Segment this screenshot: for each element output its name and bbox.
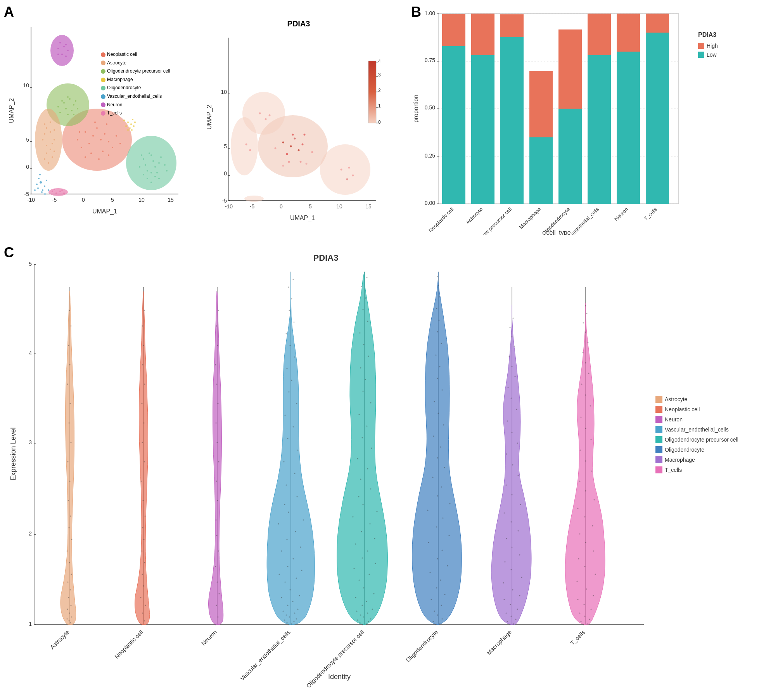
svg-point-528 [581, 384, 583, 385]
svg-point-259 [141, 624, 142, 625]
svg-point-318 [292, 601, 294, 602]
svg-point-87 [46, 127, 47, 129]
svg-point-529 [588, 373, 590, 374]
svg-point-288 [217, 582, 218, 583]
svg-text:T_cells: T_cells [569, 629, 587, 646]
svg-point-457 [515, 619, 517, 620]
svg-point-231 [69, 620, 70, 622]
svg-point-152 [290, 146, 292, 147]
svg-text:UMAP_1: UMAP_1 [92, 208, 117, 215]
svg-point-291 [216, 535, 218, 536]
svg-point-430 [450, 503, 451, 504]
svg-point-153 [298, 149, 300, 151]
svg-text:15: 15 [168, 197, 174, 203]
violin-svg: PDIA3 Expression Level 1 2 3 4 5 Identit… [8, 248, 768, 691]
svg-point-314 [294, 613, 296, 614]
svg-point-347 [287, 368, 288, 369]
svg-point-160 [311, 151, 313, 153]
svg-point-97 [65, 55, 67, 57]
svg-point-512 [585, 542, 586, 543]
svg-point-22 [88, 143, 90, 144]
svg-point-307 [291, 624, 292, 625]
svg-point-279 [143, 345, 144, 346]
svg-point-310 [284, 620, 285, 621]
svg-point-53 [147, 178, 148, 179]
svg-point-395 [359, 414, 360, 415]
svg-point-248 [67, 461, 69, 463]
svg-point-168 [246, 144, 247, 146]
svg-point-448 [436, 308, 437, 309]
svg-point-519 [579, 481, 581, 482]
svg-point-471 [506, 538, 507, 539]
svg-point-114 [130, 123, 132, 125]
svg-point-108 [44, 193, 46, 195]
svg-point-381 [374, 538, 375, 539]
svg-point-394 [367, 426, 368, 427]
svg-point-24 [108, 141, 109, 142]
svg-point-312 [289, 617, 290, 618]
svg-point-128 [61, 189, 63, 191]
svg-point-90 [50, 121, 51, 123]
svg-point-449 [439, 296, 441, 298]
svg-point-118 [123, 120, 125, 121]
svg-point-116 [134, 121, 136, 123]
svg-point-365 [360, 615, 361, 616]
svg-point-463 [519, 595, 520, 596]
svg-point-154 [286, 153, 288, 155]
svg-text:PDIA3: PDIA3 [698, 31, 716, 38]
svg-point-488 [512, 366, 513, 367]
svg-text:proportion: proportion [413, 95, 419, 123]
legend-low-rect [698, 52, 704, 58]
svg-point-340 [297, 450, 299, 451]
svg-point-163 [352, 175, 354, 177]
bar-high-1 [442, 14, 465, 46]
legend-v-macrophage-label: Macrophage [665, 457, 695, 463]
svg-point-64 [65, 108, 67, 109]
svg-point-348 [294, 357, 296, 358]
svg-point-289 [215, 566, 216, 567]
svg-point-504 [577, 599, 579, 600]
svg-point-416 [441, 605, 442, 606]
svg-text:0: 0 [82, 197, 85, 203]
svg-point-370 [366, 601, 367, 602]
svg-point-425 [428, 542, 429, 543]
svg-point-67 [75, 100, 76, 102]
svg-point-238 [70, 589, 71, 591]
legend-v-vascular [655, 426, 662, 433]
svg-point-447 [439, 320, 440, 321]
svg-point-68 [67, 96, 69, 98]
svg-point-162 [348, 167, 350, 169]
svg-point-293 [217, 500, 218, 501]
svg-point-311 [296, 619, 297, 620]
svg-point-110 [48, 189, 49, 191]
svg-point-390 [367, 468, 368, 470]
svg-text:0: 0 [280, 203, 283, 210]
svg-point-450 [438, 285, 439, 286]
svg-point-102 [36, 184, 38, 185]
svg-point-75 [44, 133, 45, 135]
svg-point-469 [519, 554, 520, 556]
bar-low-1 [442, 46, 465, 204]
panel-c: PDIA3 Expression Level 1 2 3 4 5 Identit… [0, 241, 778, 700]
svg-point-351 [294, 322, 295, 323]
svg-point-387 [358, 496, 360, 497]
svg-point-472 [518, 530, 519, 532]
svg-point-523 [591, 439, 592, 440]
svg-point-284 [215, 624, 216, 625]
svg-point-119 [133, 125, 135, 127]
svg-text:1.00: 1.00 [425, 10, 435, 16]
svg-point-240 [71, 574, 72, 575]
legend-neoplastic: Neoplastic cell [107, 52, 137, 57]
svg-point-271 [143, 500, 144, 501]
svg-point-322 [285, 582, 286, 583]
neuron-cells [50, 35, 74, 66]
svg-point-456 [507, 621, 508, 622]
svg-text:3: 3 [378, 72, 381, 78]
svg-point-38 [98, 158, 100, 160]
svg-point-46 [152, 160, 154, 162]
svg-point-290 [218, 551, 219, 552]
svg-point-439 [438, 413, 439, 414]
svg-point-58 [166, 170, 168, 172]
svg-point-299 [216, 384, 218, 385]
svg-point-418 [444, 594, 446, 595]
